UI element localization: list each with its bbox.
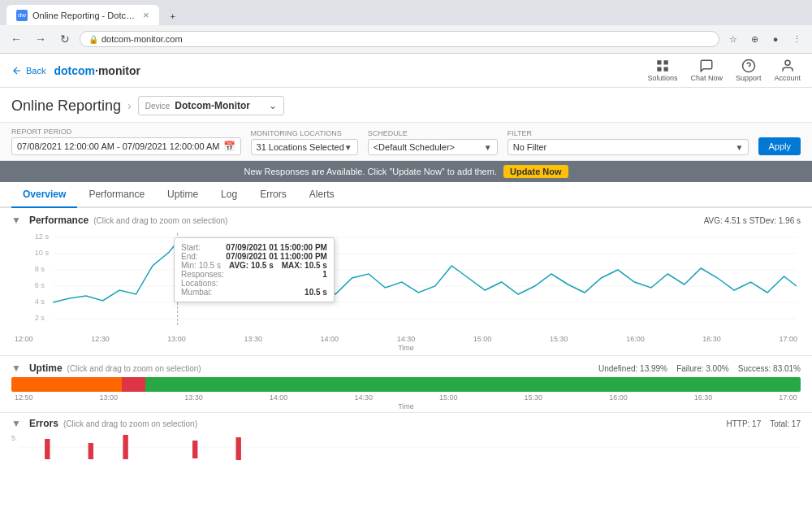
filter-label: Filter bbox=[508, 129, 749, 137]
logo: dotcom·monitor bbox=[54, 64, 140, 77]
errors-y-label: 5 bbox=[11, 431, 19, 442]
solutions-btn[interactable]: Solutions bbox=[647, 59, 677, 82]
browser-chrome: dw Online Reporting - Dotcom-Mo... × + bbox=[0, 0, 812, 25]
browser-tab-title: Online Reporting - Dotcom-Mo... bbox=[32, 11, 138, 20]
tooltip-mumbai-row: Mumbai: 10.5 s bbox=[181, 288, 327, 297]
svg-rect-25 bbox=[236, 437, 241, 460]
tooltip-minmaxavg-row: Min: 10.5 s AVG: 10.5 s MAX: 10.5 s bbox=[181, 261, 327, 270]
errors-total-stat: Total: 17 bbox=[770, 419, 801, 428]
uptime-title: Uptime bbox=[29, 363, 63, 374]
title-area: Online Reporting › Device Dotcom-Monitor… bbox=[0, 88, 812, 123]
performance-collapse-btn[interactable]: ▼ bbox=[11, 215, 21, 226]
svg-text:10 s: 10 s bbox=[35, 249, 50, 257]
tooltip-max-label: MAX: 10.5 s bbox=[282, 261, 327, 270]
svg-rect-21 bbox=[45, 439, 50, 459]
reload-btn[interactable]: ↻ bbox=[55, 29, 75, 49]
performance-title-group: ▼ Performance (Click and drag to zoom on… bbox=[11, 215, 227, 226]
performance-x-labels: 12:00 12:30 13:00 13:30 14:00 14:30 15:0… bbox=[11, 335, 801, 343]
breadcrumb-arrow: › bbox=[127, 99, 132, 112]
performance-chart-container: Start: 07/09/2021 01 15:00:00 PM End: 07… bbox=[11, 229, 801, 352]
tooltip-mumbai-label: Mumbai: bbox=[181, 288, 212, 297]
errors-section: ▼ Errors (Click and drag to zoom on sele… bbox=[0, 413, 812, 465]
uptime-x-labels: 12:50 13:00 13:30 14:00 14:30 15:00 15:3… bbox=[11, 393, 801, 402]
tab-overview[interactable]: Overview bbox=[11, 182, 77, 208]
svg-text:4 s: 4 s bbox=[35, 297, 45, 306]
tab-performance[interactable]: Performance bbox=[77, 182, 156, 208]
svg-rect-23 bbox=[123, 435, 127, 459]
errors-title-group: ▼ Errors (Click and drag to zoom on sele… bbox=[11, 418, 197, 429]
back-label: Back bbox=[26, 66, 45, 76]
svg-rect-24 bbox=[192, 441, 197, 458]
uptime-x-2: 13:30 bbox=[184, 393, 203, 402]
tooltip-avg-label: AVG: 10.5 s bbox=[229, 261, 274, 270]
tab-errors[interactable]: Errors bbox=[248, 182, 298, 208]
chat-btn[interactable]: Chat Now bbox=[690, 59, 723, 82]
extensions-btn[interactable]: ⊕ bbox=[745, 30, 763, 48]
uptime-collapse-btn[interactable]: ▼ bbox=[11, 363, 21, 374]
uptime-x-axis-label: Time bbox=[11, 402, 801, 410]
report-period-group: Report Period 07/08/2021 12:00:00 AM - 0… bbox=[11, 128, 241, 155]
svg-text:2 s: 2 s bbox=[35, 314, 45, 322]
filter-select[interactable]: No Filter ▼ bbox=[508, 139, 749, 155]
performance-title: Performance bbox=[29, 215, 89, 226]
uptime-undefined-stat: Undefined: 13.99% bbox=[598, 364, 667, 373]
apply-button[interactable]: Apply bbox=[758, 137, 801, 155]
performance-header: ▼ Performance (Click and drag to zoom on… bbox=[11, 215, 801, 226]
browser-actions: ☆ ⊕ ● ⋮ bbox=[724, 30, 806, 48]
x-label-2: 13:00 bbox=[167, 335, 186, 343]
x-label-4: 14:00 bbox=[321, 335, 339, 343]
device-selector[interactable]: Device Dotcom-Monitor ⌄ bbox=[138, 96, 284, 115]
x-label-7: 15:30 bbox=[550, 335, 568, 343]
errors-header: ▼ Errors (Click and drag to zoom on sele… bbox=[11, 418, 801, 429]
performance-tooltip: Start: 07/09/2021 01 15:00:00 PM End: 07… bbox=[174, 237, 335, 302]
uptime-section: ▼ Uptime (Click and drag to zoom on sele… bbox=[0, 356, 812, 413]
browser-tab-active[interactable]: dw Online Reporting - Dotcom-Mo... × bbox=[6, 5, 159, 25]
tabs-bar: Overview Performance Uptime Log Errors A… bbox=[0, 182, 812, 208]
uptime-failure-stat: Failure: 3.00% bbox=[676, 364, 728, 373]
profile-btn[interactable]: ● bbox=[767, 30, 784, 48]
uptime-success-segment bbox=[145, 377, 801, 392]
filter-arrow: ▼ bbox=[736, 143, 744, 152]
account-btn[interactable]: Account bbox=[774, 59, 801, 82]
svg-rect-22 bbox=[89, 443, 93, 459]
tab-alerts[interactable]: Alerts bbox=[298, 182, 346, 208]
grid-icon bbox=[655, 59, 670, 73]
performance-chart-svg: 12 s 10 s 8 s 6 s 4 s 2 s bbox=[11, 229, 801, 335]
solutions-label: Solutions bbox=[647, 74, 677, 82]
chat-icon bbox=[699, 59, 714, 73]
close-tab-btn[interactable]: × bbox=[143, 9, 149, 21]
back-button[interactable]: Back bbox=[11, 65, 45, 76]
update-now-button[interactable]: Update Now bbox=[503, 165, 568, 178]
report-period-input[interactable]: 07/08/2021 12:00:00 AM - 07/09/2021 12:0… bbox=[11, 137, 241, 155]
url-bar[interactable]: 🔒 dotcom-monitor.com bbox=[80, 31, 719, 47]
support-btn[interactable]: Support bbox=[736, 59, 762, 82]
uptime-x-1: 13:00 bbox=[100, 393, 119, 402]
performance-stats: AVG: 4.51 s STDev: 1.96 s bbox=[704, 216, 801, 225]
tab-uptime[interactable]: Uptime bbox=[156, 182, 209, 208]
x-label-3: 13:30 bbox=[244, 335, 262, 343]
uptime-header: ▼ Uptime (Click and drag to zoom on sele… bbox=[11, 363, 801, 374]
page-content: Online Reporting › Device Dotcom-Monitor… bbox=[0, 88, 812, 508]
tooltip-responses-value: 1 bbox=[322, 270, 327, 279]
back-nav-btn[interactable]: ← bbox=[6, 29, 26, 49]
schedule-select[interactable]: <Default Scheduler> ▼ bbox=[368, 139, 498, 155]
tab-log[interactable]: Log bbox=[209, 182, 248, 208]
filter-value: No Filter bbox=[513, 142, 547, 152]
help-icon bbox=[741, 59, 756, 73]
user-icon bbox=[780, 59, 795, 73]
bookmark-btn[interactable]: ☆ bbox=[724, 30, 742, 48]
uptime-hint: (Click and drag to zoom on selection) bbox=[67, 364, 201, 373]
forward-nav-btn[interactable]: → bbox=[31, 29, 50, 49]
report-period-value: 07/08/2021 12:00:00 AM - 07/09/2021 12:0… bbox=[17, 141, 220, 151]
tooltip-locations-label: Locations: bbox=[181, 279, 218, 288]
errors-collapse-btn[interactable]: ▼ bbox=[11, 418, 21, 429]
schedule-arrow: ▼ bbox=[484, 143, 492, 152]
new-tab-btn[interactable]: + bbox=[161, 7, 185, 25]
monitoring-locations-label: Monitoring Locations bbox=[251, 129, 358, 137]
svg-text:8 s: 8 s bbox=[35, 265, 45, 273]
monitoring-locations-select[interactable]: 31 Locations Selected ▼ bbox=[251, 139, 358, 155]
schedule-group: Schedule <Default Scheduler> ▼ bbox=[368, 129, 498, 155]
tooltip-start-value: 07/09/2021 01 15:00:00 PM bbox=[226, 243, 327, 252]
uptime-undefined-segment bbox=[11, 377, 122, 392]
menu-btn[interactable]: ⋮ bbox=[788, 30, 806, 48]
